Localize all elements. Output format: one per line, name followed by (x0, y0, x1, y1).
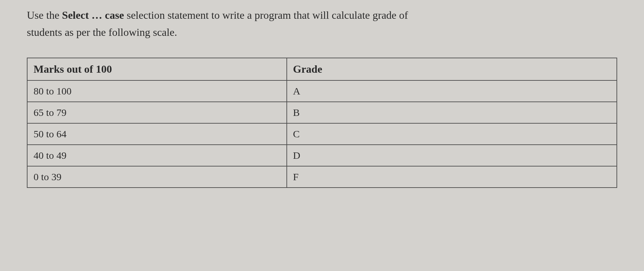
instruction-bold: Select … case (62, 9, 124, 21)
table-row: 65 to 79 B (27, 102, 617, 123)
cell-grade: A (287, 80, 617, 102)
cell-marks: 65 to 79 (27, 102, 287, 123)
cell-marks: 0 to 39 (27, 166, 287, 188)
header-marks: Marks out of 100 (27, 58, 287, 80)
cell-marks: 40 to 49 (27, 145, 287, 166)
table-header-row: Marks out of 100 Grade (27, 58, 617, 80)
cell-grade: B (287, 102, 617, 123)
cell-grade: C (287, 123, 617, 145)
cell-marks: 50 to 64 (27, 123, 287, 145)
table-row: 0 to 39 F (27, 166, 617, 188)
table-row: 80 to 100 A (27, 80, 617, 102)
table-row: 50 to 64 C (27, 123, 617, 145)
cell-grade: F (287, 166, 617, 188)
header-grade: Grade (287, 58, 617, 80)
cell-marks: 80 to 100 (27, 80, 287, 102)
table-row: 40 to 49 D (27, 145, 617, 166)
cell-grade: D (287, 145, 617, 166)
instruction-text: Use the Select … case selection statemen… (27, 7, 429, 41)
instruction-prefix: Use the (27, 9, 62, 21)
grade-scale-table: Marks out of 100 Grade 80 to 100 A 65 to… (27, 58, 617, 188)
